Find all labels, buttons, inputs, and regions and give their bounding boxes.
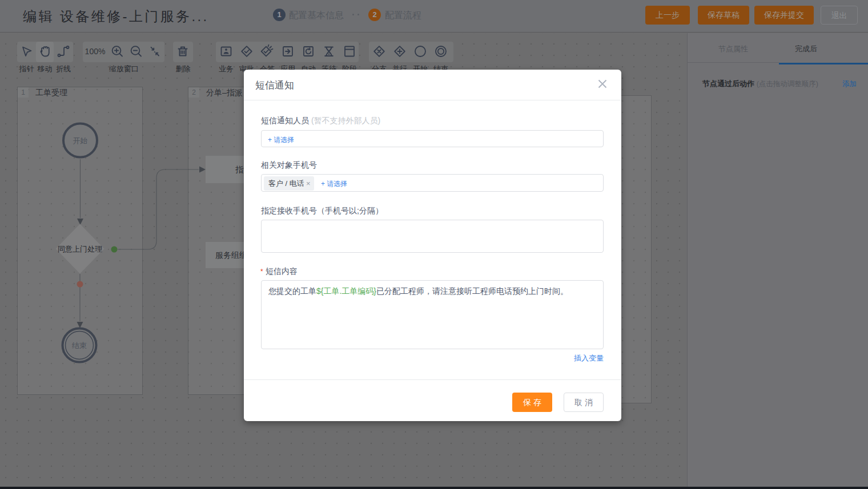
svg-text:结束: 结束 <box>72 341 87 350</box>
svg-text:开始: 开始 <box>73 136 88 145</box>
svg-text:同意上门处理: 同意上门处理 <box>58 245 102 253</box>
